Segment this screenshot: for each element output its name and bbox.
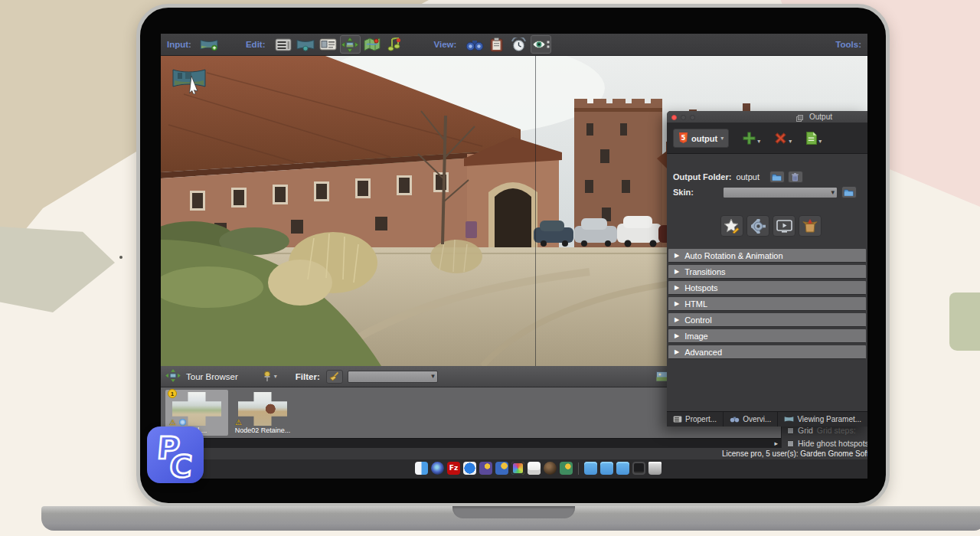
section-label: Control (684, 315, 711, 325)
dock-icon-photos[interactable] (511, 462, 524, 475)
section-label: Image (684, 332, 708, 341)
panorama-input-icon (200, 38, 218, 51)
sound-button[interactable] (384, 35, 405, 54)
dock-icon-display[interactable] (632, 462, 645, 475)
preview-display-icon (776, 220, 792, 233)
dock-icon-finder[interactable] (415, 462, 428, 475)
pin-dropdown-button[interactable]: ▾ (263, 371, 277, 382)
add-icon (743, 132, 756, 145)
clear-filter-button[interactable] (326, 370, 343, 384)
view-label: View: (434, 40, 457, 49)
thumbnail-label: Node02 Retaine... (235, 427, 291, 434)
zoom-window-button[interactable] (690, 115, 695, 120)
laptop-base-notch (452, 506, 575, 518)
section-transitions[interactable]: ▶Transitions (668, 265, 866, 279)
section-advanced[interactable]: ▶Advanced (668, 345, 866, 359)
html5-icon: 5 (678, 132, 688, 144)
viewing-parameters-tab-icon (784, 416, 794, 423)
viewer-center-line (535, 56, 536, 366)
hide-ghost-checkbox[interactable] (787, 440, 794, 447)
dock-icon-pano2vr[interactable] (479, 462, 492, 475)
tools-label: Tools: (835, 40, 861, 49)
ink-speck (119, 256, 122, 259)
cubemap-thumbnail-image (238, 392, 287, 426)
properties-icon (275, 38, 292, 51)
tab-label: Propert... (685, 415, 717, 423)
tab-properties[interactable]: Propert... (667, 412, 724, 427)
panorama-input-button[interactable] (199, 35, 220, 54)
input-label: Input: (167, 40, 191, 49)
animation-time-icon (511, 38, 527, 52)
gear-icon (751, 219, 766, 234)
thumbnail-node02[interactable]: ⚠ Node02 Retaine... (231, 390, 294, 436)
screen: Input: Edit: (161, 34, 867, 479)
map-button[interactable] (362, 35, 383, 54)
warning-icon: ⚠ (235, 418, 242, 427)
dock-icon-garden-gnome[interactable] (560, 462, 573, 475)
clipboard-button[interactable] (486, 35, 507, 54)
dock-icon-trash[interactable] (648, 462, 662, 475)
dock-icon-folder[interactable] (616, 462, 629, 475)
filter-combobox[interactable]: ▾ (348, 371, 438, 383)
folder-icon (772, 173, 782, 181)
preview-output-button[interactable] (773, 215, 795, 237)
minimize-window-button[interactable] (681, 115, 686, 120)
dock-icon-object2vr[interactable] (495, 462, 508, 475)
grid-steps-label: Grid steps: (817, 426, 856, 435)
dock-icon-siri[interactable] (431, 462, 444, 475)
tab-label: Viewing Paramet... (797, 415, 861, 423)
clear-folder-button[interactable] (788, 171, 803, 183)
package-output-button[interactable] (799, 215, 822, 237)
tour-browser-button[interactable] (340, 35, 361, 54)
combo-arrow-icon: ▾ (831, 188, 835, 196)
section-control[interactable]: ▶Control (668, 313, 866, 327)
dock-icon-folder[interactable] (600, 462, 613, 475)
overview-button[interactable] (464, 35, 485, 54)
skin-combobox[interactable]: ▾ (723, 187, 838, 198)
close-window-button[interactable] (671, 115, 677, 120)
broom-icon (329, 371, 339, 381)
overview-binoculars-icon (466, 38, 484, 51)
properties-button[interactable] (273, 35, 294, 54)
skin-row: Skin: ▾ (673, 186, 857, 198)
section-image[interactable]: ▶Image (668, 329, 866, 343)
section-auto-rotation[interactable]: ▶Auto Rotation & Animation (668, 249, 866, 263)
section-label: Auto Rotation & Animation (684, 251, 782, 260)
section-hotspots[interactable]: ▶Hotspots (668, 281, 866, 295)
dock-icon-gnome-sphere[interactable] (544, 462, 557, 475)
drag-panorama-thumb[interactable] (172, 67, 210, 94)
output-folder-label: Output Folder: (673, 172, 731, 181)
grid-label: Grid (798, 426, 813, 435)
edit-label: Edit: (246, 40, 266, 49)
grid-checkbox[interactable] (787, 427, 794, 434)
package-icon (802, 219, 818, 233)
browse-folder-button[interactable] (769, 171, 785, 183)
app-toolbar: Input: Edit: (161, 34, 867, 56)
tab-overview[interactable]: Overvi... (724, 412, 778, 427)
output-settings-button[interactable] (746, 215, 769, 237)
output-window: Output 5 output ▾ ▾ (667, 111, 867, 427)
add-output-button[interactable]: ▾ (743, 132, 760, 145)
dock-icon-textedit[interactable] (528, 462, 541, 475)
section-html[interactable]: ▶HTML (668, 297, 866, 311)
dock-icon-safari[interactable] (463, 462, 476, 475)
output-window-titlebar[interactable]: Output (667, 111, 867, 123)
output-toolbar: 5 output ▾ ▾ ▾ (667, 123, 867, 154)
animation-button[interactable] (508, 35, 529, 54)
delete-output-button[interactable]: ▾ (774, 132, 792, 145)
tab-viewing-parameters[interactable]: Viewing Paramet... (778, 412, 867, 427)
dock-icon-filezilla[interactable]: Fz (447, 462, 460, 475)
panorama-edit-button[interactable] (296, 35, 316, 54)
output-format-selector[interactable]: 5 output ▾ (673, 129, 729, 148)
status-bar: License pro, 5 user(s): Garden Gnome Sof… (161, 448, 867, 459)
panel-float-icon (796, 114, 803, 123)
dock-icon-folder[interactable] (584, 462, 597, 475)
generate-output-button[interactable]: ▾ (805, 132, 822, 145)
output-window-title: Output (809, 113, 832, 121)
browse-skin-button[interactable] (841, 186, 857, 198)
skin-editor-button[interactable] (720, 215, 743, 237)
thumbnail-scrollbar[interactable]: ▸ (161, 438, 781, 448)
patch-card-button[interactable] (318, 35, 338, 54)
skin-editor-icon (724, 219, 740, 234)
preview-button[interactable] (531, 35, 551, 54)
